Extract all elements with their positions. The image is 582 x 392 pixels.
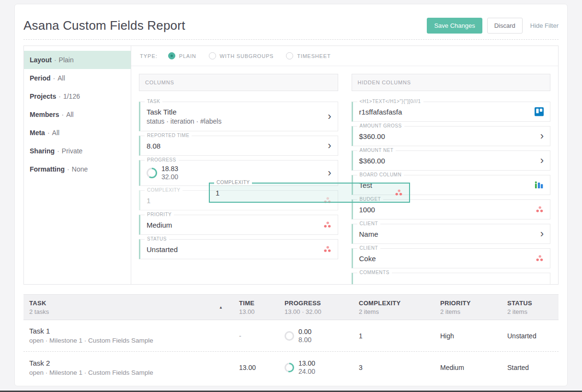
progress-total: 32.00 — [161, 173, 178, 181]
table-header-progress[interactable]: PROGRESS 13.00 · 32.00 — [280, 299, 354, 316]
progress-done: 0.00 — [298, 328, 311, 336]
progress-ring-icon — [285, 331, 294, 341]
type-label: TYPE: — [140, 53, 158, 59]
status-value: Unstarted — [507, 332, 536, 340]
sidebar-item-label: Members — [30, 111, 59, 118]
field-reported-time[interactable]: REPORTED TIME 8.08 › — [139, 136, 338, 156]
dragged-field-complexity[interactable]: COMPLEXITY 1 — [209, 183, 410, 203]
asana-dots-icon — [536, 255, 544, 262]
column-subtext: 2 items — [440, 308, 498, 316]
chevron-right-icon[interactable]: › — [540, 131, 544, 141]
field-status[interactable]: STATUS Unstarted — [139, 239, 338, 259]
sidebar-item-label: Period — [30, 74, 51, 82]
report-table: TASK 2 tasks ▲ TIME 13.00 PROGRESS 13.00… — [23, 294, 559, 383]
sidebar-item-value: All — [52, 129, 60, 137]
column-subtext: 13.00 · 32.00 — [285, 308, 349, 316]
field-value: 1 — [216, 189, 219, 197]
type-option-timesheet[interactable]: TIMESHEET — [286, 52, 331, 59]
sidebar-item-meta[interactable]: Meta · All — [24, 124, 131, 142]
table-header-status[interactable]: STATUS 2 items — [502, 299, 559, 316]
sidebar-item-value: All — [66, 111, 74, 118]
field-comments[interactable]: COMMENTS — [352, 273, 551, 284]
sidebar-item-projects[interactable]: Projects · 1/126 — [24, 87, 131, 105]
chevron-right-icon[interactable]: › — [328, 168, 331, 178]
asana-dots-icon — [536, 206, 544, 213]
time-value: - — [239, 332, 241, 340]
complexity-value: 3 — [359, 364, 363, 371]
filter-content: TYPE: PLAIN WITH SUBGROUPS TIMESHEET CO — [131, 46, 558, 284]
separator-dot: · — [53, 74, 56, 82]
field-amount-gross[interactable]: AMOUNT GROSS $360.00 › — [352, 126, 551, 146]
sidebar-item-value: All — [57, 74, 65, 82]
table-header-row: TASK 2 tasks ▲ TIME 13.00 PROGRESS 13.00… — [23, 294, 559, 320]
separator-dot: · — [58, 92, 61, 100]
column-label: TIME — [239, 299, 275, 308]
progress-total: 8.00 — [298, 336, 311, 344]
separator-dot: · — [57, 147, 59, 155]
column-subtext: 2 items — [359, 308, 431, 316]
field-label: CLIENT — [357, 221, 381, 226]
priority-value: High — [440, 332, 454, 340]
sidebar-item-period[interactable]: Period · All — [24, 69, 131, 87]
sidebar-item-members[interactable]: Members · All — [24, 105, 131, 124]
sidebar-item-label: Sharing — [30, 147, 55, 155]
status-cell: Started — [502, 363, 559, 372]
hide-filter-link[interactable]: Hide Filter — [530, 22, 559, 29]
chevron-right-icon[interactable]: › — [328, 140, 331, 151]
table-header-time[interactable]: TIME 13.00 — [234, 299, 280, 316]
table-header-task[interactable]: TASK 2 tasks ▲ — [23, 299, 234, 316]
sidebar-item-sharing[interactable]: Sharing · Private — [24, 142, 131, 160]
discard-button[interactable]: Discard — [487, 18, 523, 34]
field-value: $360.00 — [359, 157, 385, 165]
table-row: Task 2 open · Milestone 1 · Custom Field… — [23, 352, 559, 383]
progress-cell: 13.00 24.00 — [280, 359, 354, 376]
table-header-priority[interactable]: PRIORITY 2 items — [435, 299, 502, 316]
column-label: PRIORITY — [440, 299, 498, 308]
type-selector-row: TYPE: PLAIN WITH SUBGROUPS TIMESHEET — [131, 46, 558, 66]
separator-dot: · — [61, 111, 64, 118]
field-value: 8.08 — [147, 142, 160, 150]
field-label: AMOUNT GROSS — [357, 123, 404, 128]
field-value: Unstarted — [147, 245, 178, 254]
sidebar-item-value: 1/126 — [63, 92, 80, 100]
task-cell: Task 1 open · Milestone 1 · Custom Field… — [23, 326, 234, 345]
chevron-right-icon[interactable]: › — [540, 229, 544, 239]
chevron-right-icon[interactable]: › — [328, 111, 331, 122]
field-priority[interactable]: PRIORITY Medium — [139, 215, 338, 235]
radio-unselected-icon[interactable] — [286, 52, 293, 59]
complexity-cell: 3 — [354, 363, 435, 372]
chevron-right-icon[interactable]: › — [540, 155, 544, 166]
radio-unselected-icon[interactable] — [209, 52, 216, 59]
field-subvalue: status · iteration · #labels — [147, 117, 221, 125]
sort-asc-icon[interactable]: ▲ — [219, 305, 223, 310]
time-value: 13.00 — [239, 364, 256, 371]
field-task[interactable]: TASK Task Title status · iteration · #la… — [139, 102, 338, 131]
sidebar-item-layout[interactable]: Layout · Plain — [24, 51, 131, 69]
column-label: COMPLEXITY — [359, 299, 431, 308]
progress-done: 18.83 — [161, 165, 178, 173]
task-subtitle: open · Milestone 1 · Custom Fields Sampl… — [29, 368, 229, 377]
separator-dot: · — [47, 129, 50, 137]
field-client-coke[interactable]: CLIENT Coke — [352, 248, 551, 268]
hidden-columns-panel-header: HIDDEN COLUMNS — [352, 74, 551, 91]
field-h1-text[interactable]: <H1>TEXT</H1>"}{"][0///1 r1sffafasfasfa — [352, 102, 551, 122]
sidebar-item-label: Projects — [30, 92, 56, 100]
trello-icon — [535, 107, 544, 116]
field-client-name[interactable]: CLIENT Name › — [352, 224, 551, 244]
sidebar-item-label: Meta — [30, 129, 45, 137]
type-option-with-subgroups[interactable]: WITH SUBGROUPS — [209, 52, 274, 59]
column-subtext: 13.00 — [239, 308, 275, 316]
field-label: STATUS — [145, 236, 169, 242]
sidebar-item-formatting[interactable]: Formatting · None — [24, 160, 131, 178]
table-header-complexity[interactable]: COMPLEXITY 2 items — [354, 299, 435, 316]
field-value: 1 — [147, 196, 150, 205]
save-changes-button[interactable]: Save Changes — [427, 18, 482, 34]
table-row: Task 1 open · Milestone 1 · Custom Field… — [23, 320, 559, 352]
field-label: <H1>TEXT</H1>"}{"][0///1 — [357, 99, 423, 104]
column-subtext: 2 tasks — [29, 308, 229, 316]
field-amount-net[interactable]: AMOUNT NET $360.00 › — [352, 150, 551, 171]
complexity-value: 1 — [359, 332, 363, 340]
type-option-plain[interactable]: PLAIN — [168, 52, 196, 59]
radio-selected-icon[interactable] — [168, 52, 175, 59]
progress-done: 13.00 — [298, 359, 315, 368]
